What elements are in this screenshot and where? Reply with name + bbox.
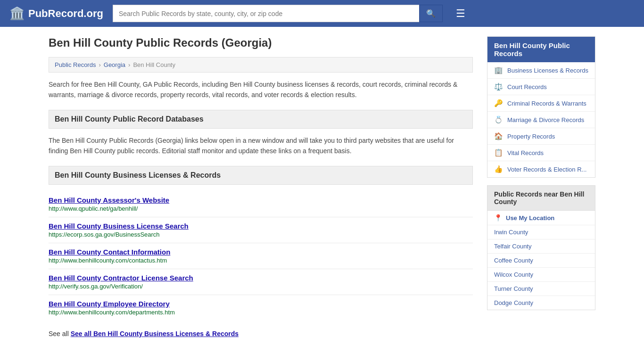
record-link[interactable]: Ben Hill County Assessor's Website bbox=[49, 196, 169, 204]
search-input[interactable] bbox=[113, 5, 419, 22]
location-icon: 📍 bbox=[494, 214, 502, 222]
record-link[interactable]: Ben Hill County Contractor License Searc… bbox=[49, 274, 193, 282]
nearby-county-item[interactable]: Telfair County bbox=[487, 239, 595, 254]
use-location-item[interactable]: 📍 Use My Location bbox=[487, 211, 595, 225]
sidebar-record-item[interactable]: 🏠 Property Records bbox=[487, 128, 595, 145]
record-title[interactable]: Ben Hill County Assessor's Website bbox=[49, 196, 473, 204]
record-url-link[interactable]: https://ecorp.sos.ga.gov/BusinessSearch bbox=[49, 231, 160, 238]
record-url-link[interactable]: http://verify.sos.ga.gov/Verification/ bbox=[49, 283, 143, 290]
nearby-county-item[interactable]: Coffee County bbox=[487, 254, 595, 268]
sidebar-icon: 📋 bbox=[494, 148, 503, 157]
breadcrumb: Public Records › Georgia › Ben Hill Coun… bbox=[49, 57, 473, 73]
sidebar-box-header: Ben Hill County Public Records bbox=[487, 37, 595, 62]
search-bar-container: 🔍 bbox=[113, 5, 443, 22]
breadcrumb-public-records[interactable]: Public Records bbox=[55, 61, 96, 68]
main-content: Ben Hill County Public Records (Georgia)… bbox=[49, 36, 473, 337]
sidebar-icon: 👍 bbox=[494, 165, 503, 173]
record-url: https://ecorp.sos.ga.gov/BusinessSearch bbox=[49, 231, 473, 238]
sidebar-item-link[interactable]: Business Licenses & Records bbox=[507, 67, 588, 74]
sidebar-item-link[interactable]: Property Records bbox=[507, 133, 555, 140]
records-list: Ben Hill County Assessor's Website http:… bbox=[49, 191, 473, 321]
record-link[interactable]: Ben Hill County Employee Directory bbox=[49, 300, 170, 308]
sidebar: Ben Hill County Public Records 🏢 Busines… bbox=[487, 36, 595, 337]
search-button[interactable]: 🔍 bbox=[419, 5, 443, 22]
nearby-county-item[interactable]: Wilcox County bbox=[487, 268, 595, 282]
sidebar-icon: 🏠 bbox=[494, 132, 503, 140]
intro-text: Search for free Ben Hill County, GA Publ… bbox=[49, 79, 473, 100]
record-url: http://verify.sos.ga.gov/Verification/ bbox=[49, 283, 473, 290]
list-item: Ben Hill County Assessor's Website http:… bbox=[49, 191, 473, 217]
record-link[interactable]: Ben Hill County Contact Information bbox=[49, 248, 170, 256]
record-title[interactable]: Ben Hill County Contractor License Searc… bbox=[49, 274, 473, 282]
sidebar-item-link[interactable]: Court Records bbox=[507, 83, 547, 90]
record-url-link[interactable]: http://www.benhillcounty.com/contactus.h… bbox=[49, 257, 167, 264]
see-all: See all See all Ben Hill County Business… bbox=[49, 325, 473, 337]
logo-text: PubRecord.org bbox=[28, 8, 103, 20]
list-item: Ben Hill County Employee Directory http:… bbox=[49, 295, 473, 321]
list-item: Ben Hill County Contact Information http… bbox=[49, 243, 473, 269]
nearby-county-item[interactable]: Dodge County bbox=[487, 296, 595, 310]
sidebar-record-item[interactable]: 👍 Voter Records & Election R... bbox=[487, 161, 595, 177]
page-wrap: Ben Hill County Public Records (Georgia)… bbox=[39, 27, 605, 347]
sidebar-icon: ⚖️ bbox=[494, 82, 503, 91]
db-description: The Ben Hill County Public Records (Geor… bbox=[49, 135, 473, 156]
sidebar-item-link[interactable]: Criminal Records & Warrants bbox=[507, 100, 586, 107]
sidebar-record-item[interactable]: ⚖️ Court Records bbox=[487, 79, 595, 95]
record-url: http://www.qpublic.net/ga/benhill/ bbox=[49, 205, 473, 212]
sidebar-icon: 🏢 bbox=[494, 66, 503, 74]
see-all-link[interactable]: See all Ben Hill County Business License… bbox=[71, 330, 239, 337]
breadcrumb-county: Ben Hill County bbox=[133, 61, 175, 68]
logo-link[interactable]: 🏛️ PubRecord.org bbox=[9, 6, 103, 21]
nearby-box-header: Public Records near Ben Hill County bbox=[487, 186, 595, 211]
record-url: http://www.benhillcounty.com/departments… bbox=[49, 309, 473, 316]
nearby-county-link[interactable]: Wilcox County bbox=[494, 271, 533, 278]
record-title[interactable]: Ben Hill County Business License Search bbox=[49, 222, 473, 230]
nearby-county-link[interactable]: Telfair County bbox=[494, 243, 531, 250]
nearby-county-link[interactable]: Dodge County bbox=[494, 299, 533, 306]
nearby-county-link[interactable]: Turner County bbox=[494, 285, 533, 292]
list-item: Ben Hill County Contractor License Searc… bbox=[49, 269, 473, 295]
nearby-county-link[interactable]: Irwin County bbox=[494, 229, 528, 236]
sidebar-record-item[interactable]: 📋 Vital Records bbox=[487, 145, 595, 161]
sidebar-item-link[interactable]: Voter Records & Election R... bbox=[507, 166, 586, 173]
sidebar-record-item[interactable]: 💍 Marriage & Divorce Records bbox=[487, 112, 595, 128]
sidebar-item-link[interactable]: Vital Records bbox=[507, 149, 544, 156]
sidebar-record-item[interactable]: 🏢 Business Licenses & Records bbox=[487, 62, 595, 79]
sidebar-icon: 🔑 bbox=[494, 99, 503, 107]
nearby-county-link[interactable]: Coffee County bbox=[494, 257, 533, 264]
sidebar-icon: 💍 bbox=[494, 115, 503, 124]
logo-icon: 🏛️ bbox=[9, 6, 25, 21]
record-url-link[interactable]: http://www.qpublic.net/ga/benhill/ bbox=[49, 205, 138, 212]
sidebar-records-box: Ben Hill County Public Records 🏢 Busines… bbox=[487, 36, 595, 178]
sidebar-nearby-box: Public Records near Ben Hill County 📍 Us… bbox=[487, 185, 595, 310]
nearby-county-item[interactable]: Turner County bbox=[487, 282, 595, 296]
header: 🏛️ PubRecord.org 🔍 ☰ bbox=[0, 0, 644, 27]
record-title[interactable]: Ben Hill County Employee Directory bbox=[49, 300, 473, 308]
nearby-counties-container: Irwin CountyTelfair CountyCoffee CountyW… bbox=[487, 225, 595, 310]
use-location-link[interactable]: Use My Location bbox=[506, 214, 554, 222]
record-title[interactable]: Ben Hill County Contact Information bbox=[49, 248, 473, 256]
sidebar-record-item[interactable]: 🔑 Criminal Records & Warrants bbox=[487, 95, 595, 112]
list-item: Ben Hill County Business License Search … bbox=[49, 217, 473, 243]
db-section-header: Ben Hill County Public Record Databases bbox=[49, 110, 473, 129]
record-url-link[interactable]: http://www.benhillcounty.com/departments… bbox=[49, 309, 175, 316]
record-url: http://www.benhillcounty.com/contactus.h… bbox=[49, 257, 473, 264]
record-link[interactable]: Ben Hill County Business License Search bbox=[49, 222, 189, 230]
menu-button[interactable]: ☰ bbox=[456, 8, 465, 20]
sidebar-items-container: 🏢 Business Licenses & Records ⚖️ Court R… bbox=[487, 62, 595, 177]
business-section-header: Ben Hill County Business Licenses & Reco… bbox=[49, 166, 473, 185]
breadcrumb-georgia[interactable]: Georgia bbox=[104, 61, 125, 68]
nearby-county-item[interactable]: Irwin County bbox=[487, 225, 595, 239]
sidebar-item-link[interactable]: Marriage & Divorce Records bbox=[507, 116, 584, 123]
page-title: Ben Hill County Public Records (Georgia) bbox=[49, 36, 473, 49]
